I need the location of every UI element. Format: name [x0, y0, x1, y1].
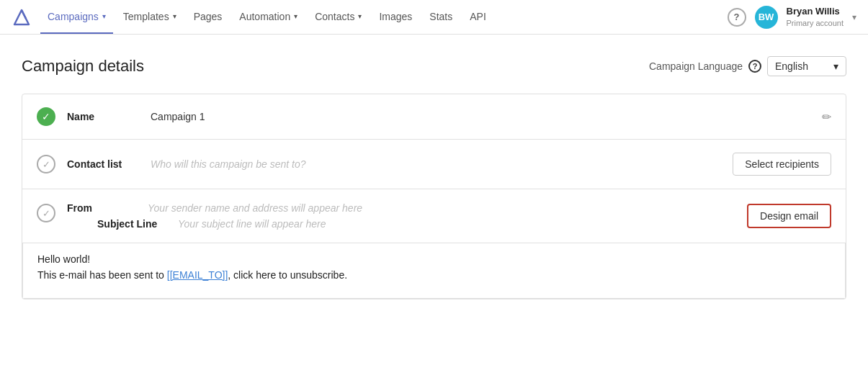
from-action: Design email [747, 204, 831, 228]
nav-api-label: API [470, 11, 486, 22]
user-dropdown-arrow[interactable]: ▾ [852, 12, 856, 22]
edit-name-icon[interactable]: ✏ [822, 110, 831, 124]
nav-stats-label: Stats [429, 11, 452, 22]
contact-placeholder: Who will this campaign be sent to? [151, 158, 306, 170]
email-line1: Hello world! [37, 253, 831, 265]
nav-campaigns-chevron: ▾ [102, 12, 106, 20]
select-recipients-button[interactable]: Select recipients [733, 153, 831, 176]
name-card: ✓ Name Campaign 1 ✏ [22, 94, 846, 140]
brand-logo[interactable] [12, 7, 32, 27]
nav-campaigns[interactable]: Campaigns ▾ [40, 0, 113, 34]
contact-card: ✓ Contact list Who will this campaign be… [22, 140, 846, 189]
contact-label: Contact list [67, 158, 139, 170]
svg-marker-0 [14, 10, 29, 24]
nav-api[interactable]: API [462, 0, 493, 34]
name-status-icon: ✓ [37, 107, 55, 126]
nav-contacts[interactable]: Contacts ▾ [308, 0, 369, 34]
nav-contacts-chevron: ▾ [358, 12, 362, 20]
name-label: Name [67, 111, 139, 122]
nav-automation-chevron: ▾ [294, 12, 297, 20]
user-subtitle: Primary account [787, 18, 844, 28]
subject-placeholder: Your subject line will appear here [178, 218, 326, 230]
lang-value: English [775, 60, 808, 72]
avatar: BW [755, 6, 778, 29]
contact-status-icon: ✓ [37, 155, 55, 173]
subject-label: Subject Line [97, 218, 169, 230]
design-email-button[interactable]: Design email [747, 204, 831, 228]
nav-pages[interactable]: Pages [187, 0, 230, 34]
nav-automation[interactable]: Automation ▾ [232, 0, 305, 34]
navbar-right: ? BW Bryan Willis Primary account ▾ [728, 6, 856, 29]
from-row: From Your sender name and address will a… [67, 202, 735, 214]
lang-dropdown-arrow: ▾ [833, 60, 838, 72]
svg-line-1 [22, 10, 26, 19]
lang-section: Campaign Language ? English ▾ [649, 56, 846, 76]
email-line2-post: , click here to unsubscribe. [228, 269, 347, 281]
subject-row: Subject Line Your subject line will appe… [67, 218, 735, 230]
nav-stats[interactable]: Stats [422, 0, 460, 34]
from-status-icon: ✓ [37, 204, 55, 222]
nav-images[interactable]: Images [372, 0, 419, 34]
nav-automation-label: Automation [239, 11, 290, 22]
from-subject-block: From Your sender name and address will a… [67, 202, 735, 230]
main-content: Campaign details Campaign Language ? Eng… [0, 35, 868, 314]
name-value: Campaign 1 [151, 111, 205, 122]
email-line2: This e-mail has been sent to [[EMAIL_TO]… [37, 269, 831, 281]
user-info: Bryan Willis Primary account [787, 6, 844, 28]
email-link[interactable]: [[EMAIL_TO]] [167, 269, 228, 281]
nav-templates-label: Templates [123, 11, 169, 22]
email-line2-pre: This e-mail has been sent to [37, 269, 167, 281]
help-icon[interactable]: ? [728, 8, 746, 27]
nav-contacts-label: Contacts [315, 11, 354, 22]
email-preview: Hello world! This e-mail has been sent t… [22, 243, 846, 299]
lang-help-icon[interactable]: ? [748, 60, 761, 73]
from-label: From [67, 202, 139, 214]
nav-images-label: Images [379, 11, 412, 22]
page-header: Campaign details Campaign Language ? Eng… [22, 56, 846, 76]
nav-campaigns-label: Campaigns [48, 11, 99, 22]
lang-label: Campaign Language [649, 60, 743, 72]
nav-templates[interactable]: Templates ▾ [116, 0, 184, 34]
contact-action: Select recipients [733, 153, 831, 176]
nav-templates-chevron: ▾ [173, 12, 176, 20]
page-title: Campaign details [22, 57, 144, 76]
navbar: Campaigns ▾ Templates ▾ Pages Automation… [0, 0, 868, 35]
nav-pages-label: Pages [194, 11, 223, 22]
from-card: ✓ From Your sender name and address will… [22, 189, 846, 243]
campaign-card-group: ✓ Name Campaign 1 ✏ ✓ Contact list Who w… [22, 94, 846, 299]
lang-dropdown[interactable]: English ▾ [767, 56, 846, 76]
from-placeholder: Your sender name and address will appear… [148, 202, 362, 214]
user-name: Bryan Willis [787, 6, 844, 18]
